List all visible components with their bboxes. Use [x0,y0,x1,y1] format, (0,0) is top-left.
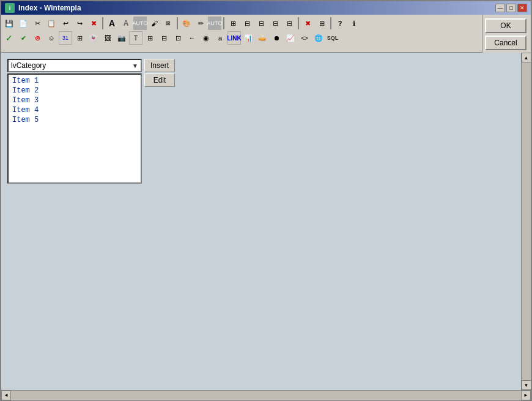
restore-button[interactable]: □ [506,4,516,12]
pie-chart-btn[interactable]: 🥧 [256,31,269,45]
bottom-scrollbar: ◄ ► [1,390,531,400]
auto-color-btn[interactable]: AUTO [208,17,221,30]
list-item[interactable]: Item 5 [10,115,139,125]
close-button[interactable]: ✕ [517,4,527,12]
calendar-btn[interactable]: 31 [59,31,72,45]
grid3-btn[interactable]: ⊡ [171,31,185,45]
info-btn[interactable]: ℹ [347,17,361,30]
text-btn[interactable]: A [105,17,119,30]
sep3 [223,17,224,29]
save-btn[interactable]: 💾 [2,17,16,30]
line-chart-btn[interactable]: 📈 [284,31,297,45]
paint-btn[interactable]: 🖌 [147,17,161,30]
grid2-btn[interactable]: ⊟ [157,31,171,45]
align3-btn[interactable]: ⊟ [268,17,282,30]
align1-btn[interactable]: ⊟ [240,17,254,30]
minimize-button[interactable]: — [495,4,505,12]
bricks-btn[interactable]: ⊞ [315,17,328,30]
ghost-btn[interactable]: 👻 [87,31,100,45]
radio-btn[interactable]: ◉ [199,31,213,45]
insert-edit-panel: Insert Edit [144,59,175,87]
new-btn[interactable]: 📄 [17,17,30,30]
photo-btn[interactable]: 📷 [115,31,128,45]
category-dropdown-value: lvCategory [11,61,46,70]
pencil-btn[interactable]: ✏ [194,17,207,30]
scroll-right-btn[interactable]: ► [521,391,531,400]
check-small-btn[interactable]: ✓ [2,31,16,45]
sep2 [177,17,178,29]
dropdown-arrow-icon: ▼ [132,62,138,69]
media-btn[interactable]: ⏺ [270,31,283,45]
undo-btn[interactable]: ↩ [59,17,72,30]
stop-btn[interactable]: ⊗ [31,31,44,45]
list-item[interactable]: Item 3 [10,96,139,105]
app-icon: i [5,3,15,13]
cancel-button[interactable]: Cancel [485,36,526,50]
code-btn[interactable]: <> [298,31,311,45]
smile-btn[interactable]: ☺ [45,31,58,45]
textbox-btn[interactable]: T [129,31,142,45]
align2-btn[interactable]: ⊟ [254,17,268,30]
scroll-track[interactable] [522,62,531,380]
validate-btn[interactable]: ✔ [17,31,30,45]
delete-btn[interactable]: ✖ [87,17,100,30]
copy-btn[interactable]: 📋 [45,17,58,30]
list-box[interactable]: Item 1 Item 2 Item 3 Item 4 Item 5 [7,73,142,184]
scroll-down-btn[interactable]: ▼ [522,380,531,390]
right-panel: OK Cancel [482,15,531,53]
colors-btn[interactable]: 🎨 [180,17,193,30]
window-title: Index - Wintempla [18,4,81,12]
label-btn[interactable]: a [213,31,227,45]
help-btn[interactable]: ? [333,17,347,30]
bar-chart-btn[interactable]: 📊 [242,31,255,45]
list-widget: lvCategory ▼ Item 1 Item 2 Item 3 Item 4… [7,59,142,184]
sep4 [298,17,299,29]
cut-btn[interactable]: ✂ [31,17,44,30]
text-style-btn[interactable]: A [119,17,133,30]
list-item[interactable]: Item 4 [10,105,139,115]
toolbar-row-1: 💾 📄 ✂ 📋 ↩ ↪ ✖ A A AUTO 🖌 ⊠ 🎨 ✏ AUTO ⊞ ⊟ [2,16,481,31]
image-btn[interactable]: 🖼 [101,31,114,45]
title-bar: i Index - Wintempla — □ ✕ [1,1,531,15]
sep1 [102,17,103,29]
frame-btn[interactable]: ⊞ [226,17,240,30]
scroll-left-btn[interactable]: ◄ [1,391,11,400]
category-dropdown[interactable]: lvCategory ▼ [7,59,142,72]
insert-button[interactable]: Insert [144,59,175,72]
main-area: lvCategory ▼ Item 1 Item 2 Item 3 Item 4… [1,53,531,390]
align4-btn[interactable]: ⊟ [283,17,296,30]
main-window: i Index - Wintempla — □ ✕ 💾 📄 ✂ 📋 ↩ ↪ ✖ … [0,0,532,401]
auto-text-btn[interactable]: AUTO [133,17,147,30]
content-area: lvCategory ▼ Item 1 Item 2 Item 3 Item 4… [1,53,521,390]
list-item[interactable]: Item 2 [10,86,139,96]
link-btn[interactable]: LINK [227,31,241,45]
title-bar-left: i Index - Wintempla [5,3,81,13]
scroll-up-btn[interactable]: ▲ [522,53,531,62]
toolbar-row-2: ✓ ✔ ⊗ ☺ 31 ⊞ 👻 🖼 📷 T ⊞ ⊟ ⊡ ← ◉ a LINK 📊 … [2,31,481,45]
eraser-btn[interactable]: ⊠ [161,17,175,30]
cross-btn[interactable]: ✖ [301,17,314,30]
title-controls: — □ ✕ [495,4,527,12]
edit-button[interactable]: Edit [144,73,175,87]
browser-btn[interactable]: 🌐 [312,31,325,45]
ok-button[interactable]: OK [485,18,526,33]
redo-btn[interactable]: ↪ [73,17,86,30]
sql-btn[interactable]: SQL [326,31,339,45]
h-scroll-track[interactable] [11,391,521,400]
table-btn[interactable]: ⊞ [73,31,86,45]
grid-btn[interactable]: ⊞ [143,31,157,45]
right-scrollbar: ▲ ▼ [521,53,531,390]
sep5 [330,17,331,29]
list-item[interactable]: Item 1 [10,76,139,86]
scroll-left-btn[interactable]: ← [185,31,199,45]
